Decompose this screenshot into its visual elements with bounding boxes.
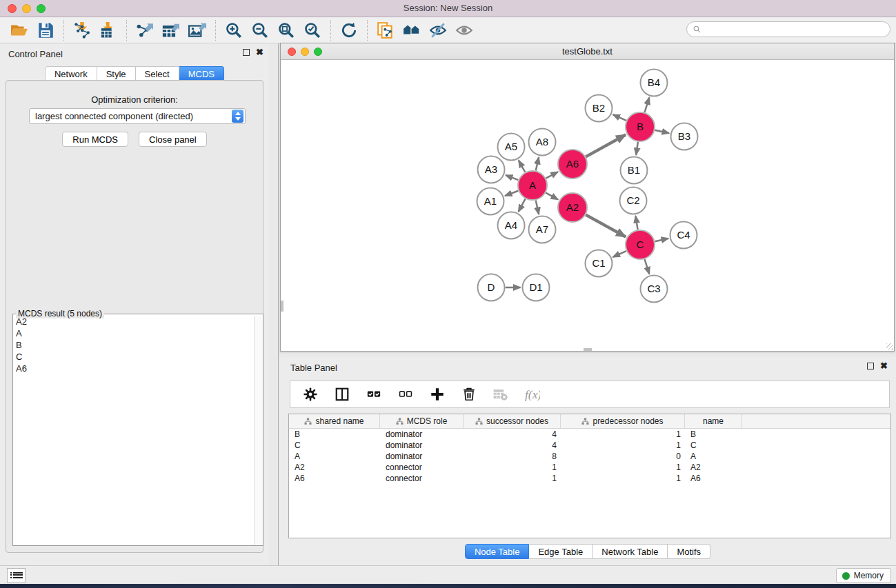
mcds-result-item[interactable]: C xyxy=(13,351,254,363)
tab-network[interactable]: Network xyxy=(45,66,97,81)
edge-B-B4[interactable] xyxy=(645,97,650,112)
network-vscroll-thumb[interactable] xyxy=(281,301,283,312)
cell-predecessor-nodes[interactable]: 1 xyxy=(561,474,685,483)
refresh-icon[interactable] xyxy=(338,20,360,41)
tab-network-table[interactable]: Network Table xyxy=(593,544,668,559)
optimization-criterion-select[interactable]: largest connected component (directed) xyxy=(29,108,246,124)
column-header-predecessor-nodes[interactable]: predecessor nodes xyxy=(561,414,685,428)
mcds-result-scrollbar[interactable] xyxy=(254,316,263,545)
export-network-icon[interactable] xyxy=(134,20,156,41)
edge-A-A5[interactable] xyxy=(519,161,525,172)
cell-name[interactable]: A xyxy=(685,452,742,461)
cell-successor-nodes[interactable]: 1 xyxy=(464,463,561,472)
run-mcds-button[interactable]: Run MCDS xyxy=(62,132,128,147)
mcds-result-item[interactable]: A xyxy=(13,327,254,339)
mcds-result-item[interactable]: A6 xyxy=(13,363,254,374)
show-all-icon[interactable] xyxy=(453,20,475,41)
cell-name[interactable]: A2 xyxy=(685,463,742,472)
zoom-out-icon[interactable] xyxy=(249,20,271,41)
table-row[interactable]: Adominator80A xyxy=(289,451,890,462)
cell-predecessor-nodes[interactable]: 0 xyxy=(561,452,685,461)
cell-MCDS-role[interactable]: dominator xyxy=(380,440,464,450)
table-row[interactable]: A2connector11A2 xyxy=(289,462,890,473)
cell-shared-name[interactable]: A xyxy=(289,452,380,461)
cell-predecessor-nodes[interactable]: 1 xyxy=(561,440,685,450)
cell-successor-nodes[interactable]: 8 xyxy=(464,452,561,461)
table-row[interactable]: Bdominator41B xyxy=(289,429,890,440)
copy-network-icon[interactable] xyxy=(375,20,397,41)
cell-MCDS-role[interactable]: dominator xyxy=(380,452,464,461)
mcds-result-item[interactable]: B xyxy=(13,339,254,351)
export-image-icon[interactable] xyxy=(186,20,208,41)
edge-A-A6[interactable] xyxy=(546,172,557,178)
cell-name[interactable]: C xyxy=(685,440,742,450)
hide-selected-icon[interactable] xyxy=(427,20,449,41)
edge-C-C3[interactable] xyxy=(645,259,650,274)
tab-select[interactable]: Select xyxy=(136,66,179,81)
edge-C-C1[interactable] xyxy=(613,251,626,257)
cell-predecessor-nodes[interactable]: 1 xyxy=(561,429,685,439)
cell-MCDS-role[interactable]: connector xyxy=(380,474,464,483)
cell-name[interactable]: B xyxy=(685,429,742,439)
deselect-all-icon[interactable] xyxy=(397,385,415,403)
edge-B-B3[interactable] xyxy=(655,130,669,133)
edge-A-A3[interactable] xyxy=(506,175,518,180)
cell-MCDS-role[interactable]: connector xyxy=(380,463,464,472)
import-table-icon[interactable] xyxy=(97,20,119,41)
search-box[interactable] xyxy=(686,21,890,37)
table-row[interactable]: A6connector11A6 xyxy=(289,473,890,484)
mcds-result-list[interactable]: A2ABCA6 xyxy=(13,316,254,545)
edge-A6-B[interactable] xyxy=(586,135,626,157)
close-panel-button[interactable]: Close panel xyxy=(139,132,207,147)
cell-shared-name[interactable]: B xyxy=(289,429,380,439)
column-header-name[interactable]: name xyxy=(685,414,742,428)
network-hscroll-thumb[interactable] xyxy=(584,348,592,351)
tab-style[interactable]: Style xyxy=(97,66,136,81)
network-window-titlebar[interactable]: testGlobe.txt xyxy=(281,43,894,60)
cell-name[interactable]: A6 xyxy=(685,474,742,483)
add-row-icon[interactable] xyxy=(428,385,446,403)
columns-icon[interactable] xyxy=(333,385,351,403)
edge-A-A8[interactable] xyxy=(536,157,539,171)
first-neighbors-icon[interactable] xyxy=(401,20,423,41)
float-table-panel-icon[interactable] xyxy=(867,363,874,369)
edge-A-A7[interactable] xyxy=(536,200,539,214)
edge-A2-C[interactable] xyxy=(586,215,626,237)
float-panel-icon[interactable] xyxy=(243,49,250,56)
table-row[interactable]: Cdominator41C xyxy=(289,440,890,451)
close-panel-icon[interactable]: ✖ xyxy=(256,49,263,56)
delete-row-icon[interactable] xyxy=(460,385,478,403)
column-header-shared-name[interactable]: shared name xyxy=(289,414,380,428)
tab-edge-table[interactable]: Edge Table xyxy=(529,544,593,559)
search-input[interactable] xyxy=(705,23,890,36)
task-history-button[interactable] xyxy=(7,568,26,583)
zoom-fit-icon[interactable] xyxy=(275,20,297,41)
select-all-icon[interactable] xyxy=(365,385,383,403)
resize-grip-icon[interactable] xyxy=(886,343,893,350)
edge-B-B2[interactable] xyxy=(613,114,626,121)
edge-A-A2[interactable] xyxy=(546,193,558,200)
edge-C-C2[interactable] xyxy=(635,216,637,230)
edge-B-B1[interactable] xyxy=(636,142,638,155)
edge-C-C4[interactable] xyxy=(655,239,668,241)
settings-icon[interactable] xyxy=(301,385,319,403)
import-network-icon[interactable] xyxy=(71,20,93,41)
cell-predecessor-nodes[interactable]: 1 xyxy=(561,463,685,472)
cell-shared-name[interactable]: A2 xyxy=(289,463,380,472)
column-header-successor-nodes[interactable]: successor nodes xyxy=(464,414,561,428)
zoom-selected-icon[interactable] xyxy=(301,20,323,41)
column-header-MCDS-role[interactable]: MCDS role xyxy=(380,414,464,428)
cell-successor-nodes[interactable]: 4 xyxy=(464,429,561,439)
edge-A-A4[interactable] xyxy=(519,199,526,212)
open-session-icon[interactable] xyxy=(8,20,30,41)
edge-A-A1[interactable] xyxy=(505,191,518,196)
tab-node-table[interactable]: Node Table xyxy=(465,544,530,559)
memory-button[interactable]: Memory xyxy=(836,568,891,583)
tab-motifs[interactable]: Motifs xyxy=(668,544,710,559)
panel-divider[interactable] xyxy=(278,43,279,565)
close-table-panel-icon[interactable]: ✖ xyxy=(880,363,888,369)
cell-shared-name[interactable]: C xyxy=(289,440,380,450)
export-table-icon[interactable] xyxy=(160,20,182,41)
cell-successor-nodes[interactable]: 4 xyxy=(464,440,561,450)
cell-successor-nodes[interactable]: 1 xyxy=(464,474,561,483)
